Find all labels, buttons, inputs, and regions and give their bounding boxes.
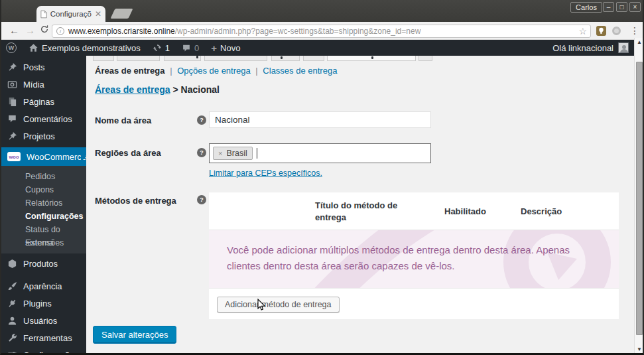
submenu-item-extensoes[interactable]: Extensões	[0, 236, 86, 249]
help-icon[interactable]: ?	[197, 148, 206, 157]
sidebar-item-usuarios[interactable]: Usuários	[0, 312, 86, 329]
wc-settings-tab-sliver[interactable]	[303, 56, 324, 61]
back-icon[interactable]: ←	[9, 25, 19, 35]
plug-icon	[7, 299, 17, 309]
shipping-methods-label: Métodos de entrega	[95, 196, 176, 206]
zone-regions-label: Regiões da área	[95, 148, 161, 158]
comments-menu[interactable]: 0	[176, 40, 205, 56]
wc-settings-tab-sliver[interactable]	[93, 56, 114, 61]
new-label: Novo	[220, 43, 240, 53]
tab-close-icon[interactable]: ✕	[95, 10, 101, 18]
settings-icon	[7, 350, 17, 354]
subnav-areas-de-entrega[interactable]: Áreas de entrega	[95, 66, 165, 76]
zone-regions-select[interactable]: × Brasil	[209, 143, 431, 163]
limit-ceps-link[interactable]: Limitar para CEPs específicos.	[209, 169, 322, 178]
site-name: Exemplos demonstrativos	[42, 43, 141, 53]
cube-icon	[7, 259, 17, 269]
help-icon[interactable]: ?	[197, 195, 206, 204]
submenu-item-relatorios[interactable]: Relatórios	[0, 196, 86, 210]
account-greeting[interactable]: Olá linknacional	[552, 43, 613, 53]
url-text[interactable]: www.exemplos.criarsite.online/wp-admin/a…	[68, 27, 420, 36]
wc-settings-tab-sliver[interactable]	[164, 56, 201, 61]
add-method-button[interactable]: Adicionar método de entrega	[217, 297, 340, 313]
help-icon[interactable]: ?	[197, 115, 206, 125]
brush-icon	[7, 281, 17, 291]
avatar[interactable]	[618, 42, 629, 53]
zone-name-input[interactable]	[209, 111, 431, 128]
breadcrumb-current: Nacional	[181, 84, 220, 95]
remove-tag-icon[interactable]: ×	[218, 150, 222, 157]
breadcrumb: Áreas de entrega > Nacional	[95, 84, 220, 95]
sidebar-item-midia[interactable]: Mídia	[0, 76, 86, 93]
user-icon	[7, 316, 17, 326]
sidebar-item-projetos[interactable]: Projetos	[0, 127, 86, 145]
sidebar-item-ferramentas[interactable]: Ferramentas	[0, 329, 86, 346]
col-header-habilitado: Habilitado	[444, 206, 486, 218]
wc-settings-tab-sliver[interactable]	[419, 56, 432, 61]
mouse-cursor	[257, 299, 266, 311]
wc-settings-tab-sliver[interactable]	[204, 56, 267, 61]
update-count: 1	[165, 43, 170, 53]
sidebar-item-configuracoes[interactable]: Configurações	[0, 346, 86, 354]
extension-circle-icon[interactable]	[612, 27, 621, 35]
updates-menu[interactable]: 1	[147, 40, 176, 56]
subnav-classes-de-entrega[interactable]: Classes de entrega	[263, 66, 337, 76]
new-tab-button[interactable]	[111, 9, 133, 19]
wrench-icon	[7, 333, 17, 343]
empty-methods-message: Você pode adicionar múltiplos métodos de…	[209, 230, 619, 274]
wordpress-logo-icon: W	[6, 42, 17, 53]
window-close-button[interactable]: ×	[629, 2, 641, 12]
submenu-item-status[interactable]: Status do sistema	[0, 223, 86, 236]
updates-icon	[153, 43, 162, 52]
new-content-menu[interactable]: + Novo	[205, 40, 246, 56]
window-maximize-button[interactable]: □	[616, 2, 627, 12]
window-minimize-button[interactable]: –	[603, 2, 614, 12]
site-info-icon[interactable]: i	[56, 27, 64, 35]
empty-methods-notice: Você pode adicionar múltiplos métodos de…	[209, 230, 619, 288]
browser-menu-icon[interactable]: ⋮	[630, 25, 639, 36]
wc-settings-tab-sliver[interactable]	[117, 56, 160, 61]
wc-settings-tab-sliver[interactable]	[271, 56, 300, 61]
main-content: Áreas de entrega | Opções de entrega | C…	[86, 56, 634, 354]
refresh-icon[interactable]	[40, 25, 49, 35]
tab-text-descender	[196, 56, 198, 58]
sidebar-item-paginas[interactable]: Páginas	[0, 93, 86, 110]
browser-tab[interactable]: Configurações do W ✕	[36, 6, 105, 22]
url-bar[interactable]: i www.exemplos.criarsite.online/wp-admin…	[52, 25, 591, 38]
extension-lightbulb-icon[interactable]	[596, 26, 606, 36]
sidebar-item-posts[interactable]: Posts	[0, 58, 86, 76]
page-scrollbar[interactable]: ▲ ▼	[634, 38, 644, 354]
breadcrumb-link-areas[interactable]: Áreas de entrega	[95, 84, 170, 95]
pin-icon	[7, 62, 17, 72]
bookmark-star-icon[interactable]: ☆	[578, 27, 587, 36]
scrollbar-down-arrow[interactable]: ▼	[635, 346, 644, 352]
woocommerce-submenu: Pedidos Cupons Relatórios Configurações …	[0, 166, 86, 253]
sidebar-item-produtos[interactable]: Produtos	[0, 255, 86, 272]
sidebar-item-woocommerce[interactable]: woo WooCommerce	[0, 147, 86, 166]
shipping-subnav: Áreas de entrega | Opções de entrega | C…	[95, 66, 337, 76]
site-name-menu[interactable]: Exemplos demonstrativos	[23, 40, 147, 56]
browser-titlebar: Configurações do W ✕ Carlos – □ ×	[0, 0, 644, 22]
text-cursor	[257, 148, 257, 159]
scrollbar-up-arrow[interactable]: ▲	[635, 39, 644, 45]
subnav-opcoes-de-entrega[interactable]: Opções de entrega	[177, 66, 251, 76]
submenu-item-configuracoes[interactable]: Configurações	[0, 210, 86, 223]
submenu-item-cupons[interactable]: Cupons	[0, 183, 86, 196]
region-tag-brasil: × Brasil	[213, 147, 253, 160]
shipping-methods-table: Título do método de entrega Habilitado D…	[209, 192, 619, 319]
table-header-row: Título do método de entrega Habilitado D…	[209, 192, 619, 230]
sidebar-item-aparencia[interactable]: Aparência	[0, 277, 86, 295]
sidebar-item-comentarios[interactable]: Comentários	[0, 110, 86, 127]
tab-text-descender	[371, 56, 373, 59]
comment-bubble-icon	[7, 114, 17, 123]
page-icon	[40, 10, 47, 19]
scrollbar-thumb[interactable]	[636, 62, 643, 335]
submenu-item-pedidos[interactable]: Pedidos	[0, 170, 86, 183]
wp-logo-menu[interactable]: W	[0, 40, 23, 56]
save-button[interactable]: Salvar alterações	[93, 326, 176, 344]
sidebar-item-plugins[interactable]: Plugins	[0, 295, 86, 312]
home-icon	[29, 43, 38, 52]
zone-name-label: Nome da área	[95, 115, 151, 125]
woocommerce-icon: woo	[7, 152, 21, 161]
tab-title: Configurações do W	[50, 10, 92, 18]
